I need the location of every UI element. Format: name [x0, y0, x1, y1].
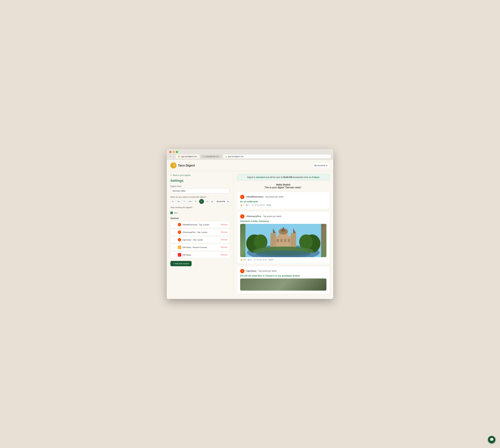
comments-icon-1: 💬 1 — [246, 204, 250, 206]
day-sa[interactable]: Sa — [205, 199, 210, 204]
card-source-freq-2: - Top posts per week — [262, 215, 281, 218]
back-link[interactable]: ↩ Back to your digests — [171, 174, 230, 176]
address-bar[interactable]: 🔒 app.tacodigest.com — [223, 155, 331, 158]
status-banner: Digest is activated and will be sent at … — [237, 174, 329, 180]
remove-redditgermany-button[interactable]: Remove — [221, 224, 228, 226]
card-source-name-1: r/RedditGermany — [246, 195, 264, 198]
reddit-icon: r — [178, 223, 181, 226]
digest-card-germany: r r/germany - Top posts per week Pls tel… — [237, 266, 329, 293]
tab-search[interactable]: 🔍 best german ne... — [200, 155, 222, 159]
drag-handle[interactable]: ⋮⋮ — [172, 231, 177, 233]
maximize-button[interactable] — [176, 151, 178, 153]
drag-handle[interactable]: ⋮⋮ — [172, 254, 177, 256]
comments-icon-2: 💬 0 — [248, 259, 252, 261]
status-activated: activated — [256, 176, 265, 178]
reddit-avatar-3: r — [240, 269, 244, 273]
card-source-freq-1: - Top posts per week — [264, 195, 283, 198]
time-icon-2: 🕐 04 Apr 09:33 — [254, 259, 267, 261]
sending-label: Start sending this digest? — [171, 206, 192, 208]
drag-handle[interactable]: ⋮⋮ — [172, 239, 177, 241]
reddit-icon: r — [178, 238, 181, 241]
source-item-germanypics: ⋮⋮ r r/GermanyPics - Top 1 posts Remove — [171, 229, 230, 236]
minimize-button[interactable] — [172, 151, 175, 153]
day-th[interactable]: Th — [193, 199, 198, 204]
sending-yes-label: Yes! — [174, 212, 178, 214]
day-su[interactable]: Su — [171, 199, 175, 204]
remove-germany-button[interactable]: Remove — [221, 239, 228, 241]
card-title-2: Schwerin Castle, Germany — [240, 220, 327, 222]
likes-icon-2: 👍 280 — [240, 259, 246, 261]
close-button[interactable] — [169, 151, 171, 153]
add-source-button[interactable]: + Add new source — [171, 261, 192, 266]
logo-area: 🌮 Taco Digest — [171, 162, 195, 168]
back-nav-button[interactable]: ‹ — [169, 155, 171, 159]
castle-svg — [240, 224, 327, 257]
card-source-line-1: r r/RedditGermany - Top posts per week — [240, 195, 327, 199]
chevron-down-icon: ▾ — [326, 164, 327, 167]
share-button-1[interactable]: Share — [266, 204, 271, 206]
youtube-icon: ▶ — [178, 253, 181, 256]
share-button-2[interactable]: Share — [269, 259, 273, 261]
card-title-1: Es ist vollbracht. — [240, 200, 327, 203]
day-fr[interactable]: Fr — [199, 199, 204, 204]
browser-chrome: ‹ › 🌮 app.tacodigest.com 🔍 best german n… — [167, 149, 333, 160]
reddit-avatar-1: r — [240, 195, 244, 199]
day-mo[interactable]: Mo — [176, 199, 181, 204]
card-meta-2: 👍 280 💬 0 🕐 04 Apr 09:33 Share — [240, 259, 327, 261]
digest-panel: Digest is activated and will be sent at … — [233, 171, 333, 299]
greeting-digest: This is your digest "German news". — [237, 186, 329, 189]
account-dropdown[interactable]: My Account ▾ — [312, 163, 329, 168]
browser-window: ‹ › 🌮 app.tacodigest.com 🔍 best german n… — [167, 149, 333, 299]
source-item-redditgermany: ⋮⋮ r r/RedditGermany - Top 1 posts Remov… — [171, 221, 230, 228]
status-time: 05:00 PM — [283, 176, 292, 178]
app-name: Taco Digest — [178, 164, 195, 167]
reddit-avatar-2: r — [240, 214, 244, 219]
greeting-name: Hello Dmitrii — [237, 183, 329, 186]
lock-icon: 🔒 — [225, 156, 227, 157]
svg-rect-14 — [277, 239, 279, 242]
sending-yes-row: ✓ Yes! — [171, 212, 230, 214]
sidebar: ↩ Back to your digests Settings Digest n… — [167, 171, 233, 299]
rss-icon: )))) — [178, 246, 181, 249]
day-tu[interactable]: Tu — [182, 199, 187, 204]
browser-toolbar: ‹ › 🌮 app.tacodigest.com 🔍 best german n… — [169, 155, 331, 160]
card-source-freq-3: - Top posts per week — [257, 270, 277, 272]
source-item-dwnews-rss: ⋮⋮ )))) DW News - Recent 5 stories Remov… — [171, 244, 230, 251]
traffic-lights — [169, 151, 331, 153]
main-layout: ↩ Back to your digests Settings Digest n… — [167, 171, 333, 299]
source-item-dwnews-yt: ⋮⋮ ▶ DW News Remove — [171, 252, 230, 258]
forward-nav-button[interactable]: › — [172, 155, 174, 159]
likes-icon-1: 👍 1 — [240, 204, 244, 206]
remove-germanypics-button[interactable]: Remove — [221, 231, 228, 233]
digest-name-input[interactable] — [171, 188, 230, 193]
tab-label: app.tacodigest.com — [181, 155, 197, 158]
arrow-left-icon: ↩ — [171, 174, 172, 176]
drag-handle[interactable]: ⋮⋮ — [172, 224, 177, 226]
at-label: at — [211, 200, 213, 203]
source-name-dwnews-yt: DW News — [182, 254, 219, 256]
sending-checkbox[interactable]: ✓ — [171, 212, 173, 214]
chat-fab[interactable]: 💬 — [488, 436, 496, 444]
partial-image — [240, 278, 327, 291]
card-source-name-3: r/germany — [246, 270, 256, 272]
digest-card-germanypics: r r/GermanyPics - Top posts per week Sch… — [237, 211, 329, 264]
status-text-2: and will be sent at — [266, 176, 283, 178]
remove-dwnews-rss-button[interactable]: Remove — [221, 246, 228, 248]
day-we[interactable]: We — [188, 199, 192, 204]
svg-rect-15 — [280, 239, 282, 242]
drag-handle[interactable]: ⋮⋮ — [172, 246, 177, 249]
time-select[interactable]: 05:00 PM — [214, 199, 229, 204]
status-text-3: Amsterdam time — [293, 176, 309, 178]
remove-dwnews-yt-button[interactable]: Remove — [221, 254, 228, 256]
time-icon-1: 🕐 01 Apr 00:08 — [251, 204, 265, 206]
source-item-germany: ⋮⋮ r r/germany - Top 1 posts Remove — [171, 236, 230, 243]
tab-tacodigest[interactable]: 🌮 app.tacodigest.com — [176, 155, 200, 159]
back-link-label: Back to your digests — [173, 174, 191, 176]
digest-greeting: Hello Dmitrii This is your digest "Germa… — [237, 183, 329, 189]
status-day: on Fridays — [309, 176, 319, 178]
status-text-1: Digest is — [247, 176, 256, 178]
tab2-favicon: 🔍 — [203, 155, 205, 158]
card-title-3: Pls tell me what this is I found it in m… — [240, 274, 327, 277]
account-label: My Account — [314, 164, 325, 167]
page-content: 🌮 Taco Digest My Account ▾ ↩ Back to you… — [167, 160, 333, 299]
